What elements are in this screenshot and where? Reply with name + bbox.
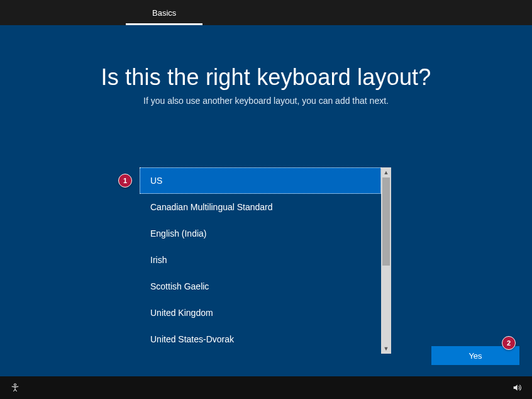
svg-point-0	[14, 384, 16, 386]
list-item-label: United Kingdom	[150, 308, 213, 318]
volume-icon[interactable]	[512, 383, 522, 393]
scroll-thumb[interactable]	[382, 177, 390, 266]
list-item[interactable]: United Kingdom	[140, 300, 381, 326]
oobe-stage: Is this the right keyboard layout? If yo…	[0, 25, 532, 376]
chevron-up-icon: ▲	[384, 169, 389, 176]
list-item[interactable]: United States-Dvorak	[140, 326, 381, 352]
list-item-label: Irish	[150, 255, 167, 265]
annotation-badge-2: 2	[502, 336, 516, 350]
taskbar	[0, 376, 532, 399]
scrollbar[interactable]: ▲ ▼	[381, 167, 391, 354]
yes-button-label: Yes	[468, 351, 482, 361]
list-item-label: US	[150, 176, 162, 186]
list-item-label: United States-Dvorak	[150, 334, 234, 344]
list-item[interactable]: Canadian Multilingual Standard	[140, 194, 381, 220]
tab-bar: Basics	[0, 0, 532, 25]
annotation-badge-1-label: 1	[123, 177, 127, 184]
list-item[interactable]: Scottish Gaelic	[140, 273, 381, 300]
list-item-label: Scottish Gaelic	[150, 281, 209, 291]
tab-basics-label: Basics	[152, 8, 176, 18]
list-item-label: English (India)	[150, 228, 207, 239]
ease-of-access-icon[interactable]	[10, 383, 20, 393]
annotation-badge-1: 1	[118, 174, 132, 188]
page-subtitle: If you also use another keyboard layout,…	[0, 96, 532, 106]
keyboard-layout-listwrap: US Canadian Multilingual Standard Englis…	[140, 167, 391, 354]
list-item[interactable]: Irish	[140, 247, 381, 273]
scroll-down-button[interactable]: ▼	[381, 344, 391, 354]
scroll-up-button[interactable]: ▲	[381, 167, 391, 177]
list-item-label: Canadian Multilingual Standard	[150, 202, 273, 212]
list-item[interactable]: English (India)	[140, 220, 381, 247]
tab-basics[interactable]: Basics	[126, 0, 202, 25]
chevron-down-icon: ▼	[384, 346, 389, 352]
keyboard-layout-list[interactable]: US Canadian Multilingual Standard Englis…	[140, 167, 381, 354]
page-title: Is this the right keyboard layout?	[0, 25, 532, 91]
list-item[interactable]: US	[140, 167, 381, 194]
annotation-badge-2-label: 2	[507, 339, 511, 347]
